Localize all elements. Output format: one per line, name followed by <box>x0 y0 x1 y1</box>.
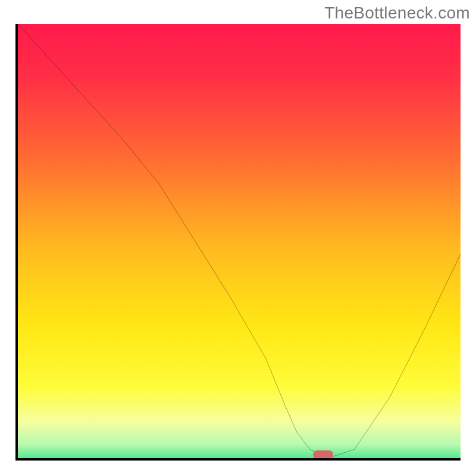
plot-axes <box>15 24 461 461</box>
watermark-text: TheBottleneck.com <box>324 4 470 23</box>
bottleneck-chart: TheBottleneck.com <box>0 0 476 476</box>
bottleneck-curve <box>18 24 461 458</box>
optimal-marker <box>313 450 333 458</box>
plot-area <box>18 24 461 458</box>
